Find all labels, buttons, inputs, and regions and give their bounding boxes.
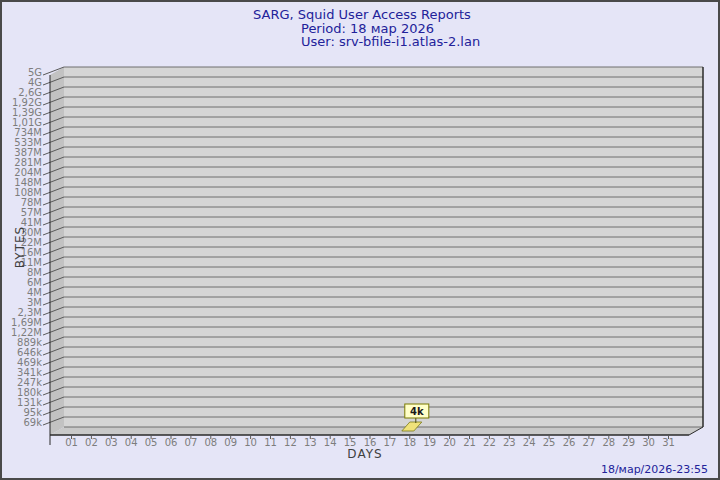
footer-timestamp: 18/мар/2026-23:55	[601, 463, 708, 476]
x-tick-label: 01	[65, 437, 78, 448]
x-tick-label: 18	[403, 437, 416, 448]
x-tick-label: 06	[165, 437, 178, 448]
x-tick-label: 03	[105, 437, 118, 448]
x-tick-label: 27	[583, 437, 596, 448]
x-tick-label: 14	[324, 437, 337, 448]
x-tick-label: 26	[563, 437, 576, 448]
y-tick-label: 69k	[23, 417, 42, 428]
x-tick-label: 05	[145, 437, 158, 448]
x-tick-label: 21	[463, 437, 476, 448]
x-tick-label: 04	[125, 437, 138, 448]
x-tick-label: 12	[284, 437, 297, 448]
x-tick-label: 30	[642, 437, 655, 448]
x-tick-label: 17	[384, 437, 397, 448]
x-tick-label: 02	[85, 437, 98, 448]
report-frame: SARG, Squid User Access Reports Period: …	[0, 0, 720, 480]
x-tick-label: 23	[503, 437, 516, 448]
x-tick-label: 25	[543, 437, 556, 448]
x-tick-label: 22	[483, 437, 496, 448]
chart-svg: 5G4G2,6G1,92G1,39G1,01G734M533M387M281M2…	[2, 2, 720, 480]
x-tick-label: 08	[204, 437, 217, 448]
x-tick-label: 11	[264, 437, 277, 448]
x-tick-label: 13	[304, 437, 317, 448]
x-tick-label: 31	[662, 437, 675, 448]
bar-value-label: 4k	[410, 406, 424, 417]
x-tick-label: 07	[185, 437, 198, 448]
x-tick-label: 09	[224, 437, 237, 448]
x-tick-label: 28	[602, 437, 615, 448]
x-axis-title: DAYS	[347, 447, 382, 461]
x-tick-label: 19	[423, 437, 436, 448]
plot-floor	[50, 427, 703, 435]
x-tick-label: 29	[622, 437, 635, 448]
y-axis-title: BYTES	[13, 226, 27, 268]
x-tick-label: 24	[523, 437, 536, 448]
x-tick-label: 20	[443, 437, 456, 448]
x-tick-label: 10	[244, 437, 257, 448]
